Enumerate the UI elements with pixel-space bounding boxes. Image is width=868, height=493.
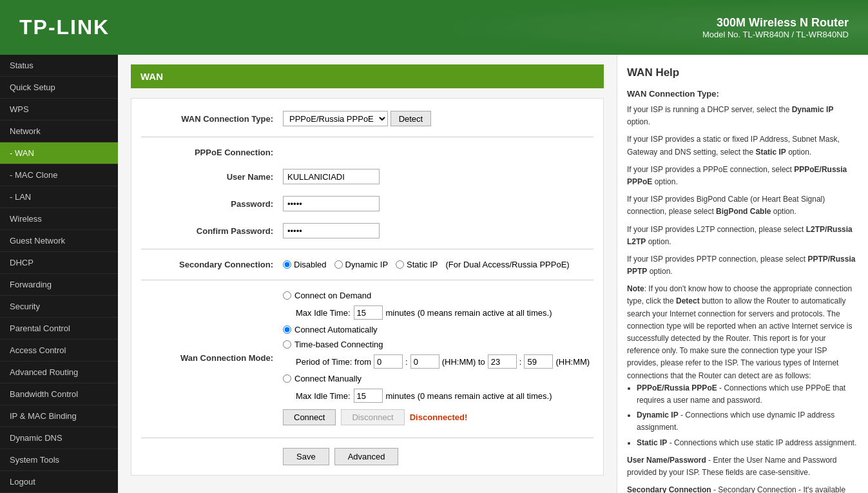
- secondary-static-ip[interactable]: Static IP: [396, 260, 438, 269]
- sidebar-item-system-tools[interactable]: System Tools: [0, 449, 118, 471]
- help-p5: If your ISP provides L2TP connection, pl…: [627, 224, 858, 248]
- sidebar-item-parental-control[interactable]: Parental Control: [0, 318, 118, 340]
- time-based-label[interactable]: Time-based Connecting: [283, 340, 383, 349]
- idle-time-row-1: Max Idle Time: minutes (0 means remain a…: [296, 305, 590, 320]
- sidebar-item-quick-setup[interactable]: Quick Setup: [0, 77, 118, 99]
- connect-auto-radio[interactable]: [283, 325, 291, 334]
- advanced-button[interactable]: Advanced: [334, 448, 399, 465]
- period-from-h-input[interactable]: [374, 354, 403, 369]
- wan-mode-label: Wan Connection Mode:: [141, 353, 283, 363]
- secondary-note: (For Dual Access/Russia PPPoE): [445, 260, 569, 269]
- idle-note-1: minutes (0 means remain active at all ti…: [386, 308, 552, 318]
- logo: TP-LINK: [19, 15, 110, 39]
- secondary-disabled-radio[interactable]: [283, 260, 291, 269]
- sidebar-item-access-control[interactable]: Access Control: [0, 340, 118, 362]
- help-p3: If your ISP provides a PPPoE connection,…: [627, 164, 858, 188]
- sidebar-item-logout[interactable]: Logout: [0, 471, 118, 493]
- connect-on-demand-radio[interactable]: [283, 291, 291, 300]
- secondary-dynamic-ip[interactable]: Dynamic IP: [334, 260, 388, 269]
- bottom-buttons: Save Advanced: [141, 448, 593, 465]
- sidebar-item-wan[interactable]: - WAN: [0, 142, 118, 164]
- conn-type-label: WAN Connection Type:: [141, 114, 283, 124]
- sidebar-item-ip-mac-binding[interactable]: IP & MAC Binding: [0, 405, 118, 427]
- password-row: Password:: [141, 193, 593, 214]
- period-to-m-input[interactable]: [524, 354, 553, 369]
- help-p1: If your ISP is running a DHCP server, se…: [627, 104, 858, 128]
- period-row: Period of Time: from : (HH:MM) to : (HH:…: [296, 354, 590, 369]
- sidebar: StatusQuick SetupWPSNetwork- WAN- MAC Cl…: [0, 55, 118, 493]
- max-idle-input-1[interactable]: [354, 305, 383, 320]
- sidebar-item-mac-clone[interactable]: - MAC Clone: [0, 164, 118, 186]
- secondary-radio-group: Disabled Dynamic IP Static IP (For Dual …: [283, 260, 570, 269]
- period-from-m-input[interactable]: [410, 354, 439, 369]
- wan-form: WAN Connection Type: PPPoE/Russia PPPoE …: [131, 98, 604, 476]
- disconnected-status: Disconnected!: [410, 412, 468, 422]
- secondary-disabled[interactable]: Disabled: [283, 260, 327, 269]
- max-idle-label-1: Max Idle Time:: [296, 308, 351, 318]
- main-content: WAN WAN Connection Type: PPPoE/Russia PP…: [118, 55, 617, 493]
- secondary-disabled-label: Disabled: [294, 260, 327, 269]
- connect-on-demand-label[interactable]: Connect on Demand: [283, 291, 371, 300]
- sidebar-item-advanced-routing[interactable]: Advanced Routing: [0, 362, 118, 383]
- sidebar-item-guest-network[interactable]: Guest Network: [0, 230, 118, 252]
- sidebar-item-wireless[interactable]: Wireless: [0, 208, 118, 230]
- connect-manually-text: Connect Manually: [294, 374, 362, 383]
- help-list: PPPoE/Russia PPPoE - Connections which u…: [637, 382, 858, 449]
- time-based-radio[interactable]: [283, 340, 291, 349]
- help-list-item-2: Dynamic IP - Connections which use dynam…: [637, 409, 858, 434]
- password-label: Password:: [141, 199, 283, 209]
- time-based-text: Time-based Connecting: [294, 340, 383, 349]
- confirm-password-input[interactable]: [283, 223, 380, 238]
- help-secondary: Secondary Connection - Secondary Connect…: [627, 484, 858, 493]
- sidebar-item-wps[interactable]: WPS: [0, 99, 118, 121]
- sidebar-item-dhcp[interactable]: DHCP: [0, 252, 118, 274]
- connect-button[interactable]: Connect: [283, 409, 336, 425]
- connect-on-demand-row: Connect on Demand: [283, 291, 590, 300]
- model-info: 300M Wireless N Router Model No. TL-WR84…: [702, 16, 849, 39]
- sidebar-item-security[interactable]: Security: [0, 296, 118, 318]
- confirm-password-label: Confirm Password:: [141, 226, 283, 236]
- router-title: 300M Wireless N Router: [702, 16, 849, 30]
- help-list-item-3: Static IP - Connections which use static…: [637, 437, 858, 449]
- secondary-conn-row: Secondary Connection: Disabled Dynamic I…: [141, 257, 593, 272]
- wan-mode-options: Connect on Demand Max Idle Time: minutes…: [283, 291, 590, 425]
- password-input[interactable]: [283, 196, 380, 211]
- disconnect-button[interactable]: Disconnect: [341, 409, 404, 425]
- time-based-row: Time-based Connecting: [283, 340, 590, 349]
- sidebar-item-lan[interactable]: - LAN: [0, 186, 118, 208]
- connect-auto-row: Connect Automatically: [283, 325, 590, 334]
- help-p6: If your ISP provides PPTP connection, pl…: [627, 253, 858, 278]
- layout: StatusQuick SetupWPSNetwork- WAN- MAC Cl…: [0, 55, 868, 493]
- wan-type-select[interactable]: PPPoE/Russia PPPoE Dynamic IP Static IP …: [283, 111, 388, 126]
- connect-manually-radio[interactable]: [283, 374, 291, 383]
- sidebar-item-forwarding[interactable]: Forwarding: [0, 274, 118, 296]
- sidebar-item-network[interactable]: Network: [0, 121, 118, 142]
- sidebar-item-dynamic-dns[interactable]: Dynamic DNS: [0, 427, 118, 449]
- wan-header: WAN: [131, 64, 604, 88]
- sidebar-item-bandwidth-control[interactable]: Bandwidth Control: [0, 383, 118, 405]
- secondary-dynamic-label: Dynamic IP: [345, 260, 388, 269]
- model-number: Model No. TL-WR840N / TL-WR840ND: [702, 30, 849, 39]
- secondary-static-radio[interactable]: [396, 260, 404, 269]
- connect-auto-label[interactable]: Connect Automatically: [283, 325, 378, 334]
- help-note: Note: If you don't know how to choose th…: [627, 283, 858, 382]
- connect-manually-row: Connect Manually: [283, 374, 590, 383]
- period-hhmm1: (HH:MM) to: [442, 357, 485, 367]
- secondary-dynamic-radio[interactable]: [334, 260, 343, 269]
- username-input[interactable]: [283, 169, 380, 184]
- save-button[interactable]: Save: [283, 448, 329, 465]
- connect-on-demand-text: Connect on Demand: [294, 291, 371, 300]
- max-idle-input-2[interactable]: [354, 389, 383, 403]
- period-to-h-input[interactable]: [488, 354, 517, 369]
- connect-manually-label[interactable]: Connect Manually: [283, 374, 362, 383]
- idle-time-row-2: Max Idle Time: minutes (0 means remain a…: [296, 389, 590, 403]
- max-idle-label-2: Max Idle Time:: [296, 391, 351, 401]
- pppoe-connection-row: PPPoE Connection:: [141, 145, 593, 160]
- idle-note-2: minutes (0 means remain active at all ti…: [386, 391, 552, 401]
- secondary-static-label: Static IP: [407, 260, 438, 269]
- conn-type-row: WAN Connection Type: PPPoE/Russia PPPoE …: [141, 108, 593, 129]
- detect-button[interactable]: Detect: [391, 111, 432, 126]
- sidebar-item-status[interactable]: Status: [0, 55, 118, 77]
- period-colon-2: :: [519, 357, 522, 367]
- username-label: User Name:: [141, 172, 283, 182]
